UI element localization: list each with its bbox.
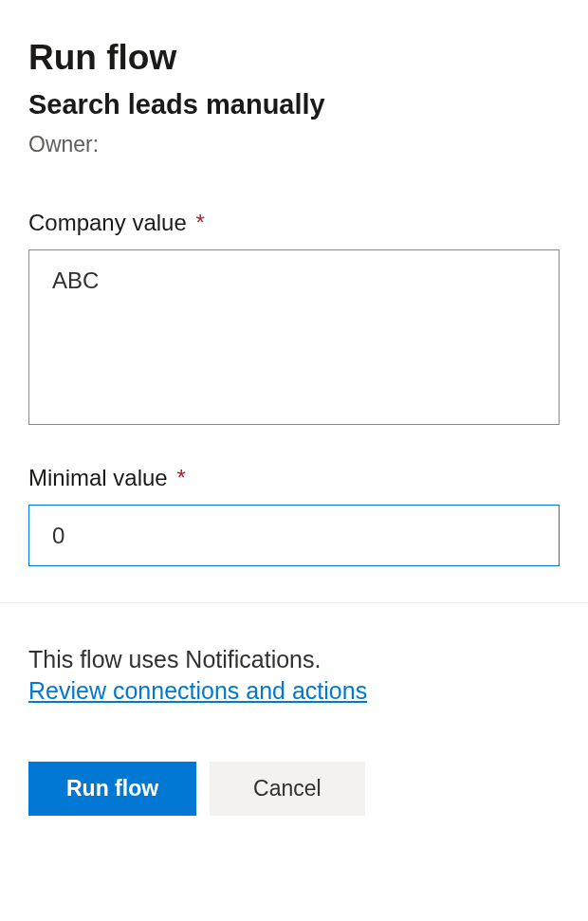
company-value-input[interactable]: ABC — [28, 249, 560, 425]
minimal-value-field-group: Minimal value * — [28, 465, 560, 566]
footer-section: This flow uses Notifications. Review con… — [28, 603, 560, 816]
minimal-value-label: Minimal value * — [28, 465, 560, 491]
flow-name: Search leads manually — [28, 89, 560, 120]
company-value-label-text: Company value — [28, 210, 187, 235]
minimal-value-label-text: Minimal value — [28, 465, 168, 490]
notification-text: This flow uses Notifications. — [28, 646, 560, 673]
owner-label: Owner: — [28, 132, 560, 157]
cancel-button[interactable]: Cancel — [210, 762, 365, 816]
run-flow-button[interactable]: Run flow — [28, 762, 196, 816]
required-asterisk: * — [176, 465, 185, 490]
page-title: Run flow — [28, 38, 560, 78]
required-asterisk: * — [195, 210, 204, 235]
company-value-label: Company value * — [28, 210, 560, 236]
button-row: Run flow Cancel — [28, 762, 560, 816]
company-value-field-group: Company value * ABC — [28, 210, 560, 429]
minimal-value-input[interactable] — [28, 505, 560, 566]
review-connections-link[interactable]: Review connections and actions — [28, 677, 367, 705]
